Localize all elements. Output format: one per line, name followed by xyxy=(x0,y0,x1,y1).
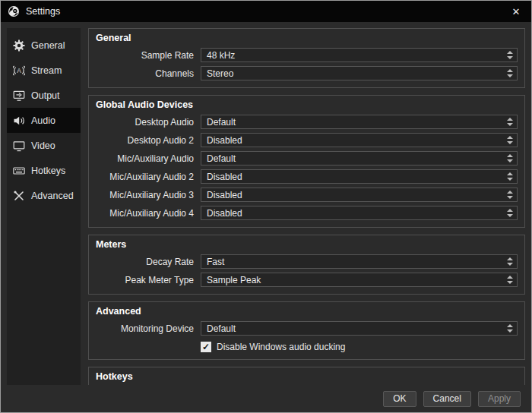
titlebar: Settings ✕ xyxy=(1,1,531,22)
sidebar-item-label: Output xyxy=(31,90,60,101)
setting-row: Mic/Auxiliary Audio Default xyxy=(96,151,518,166)
spinner-arrows-icon xyxy=(507,322,513,335)
peak-meter-type-combobox[interactable]: Sample Peak xyxy=(201,273,518,287)
sidebar-item-hotkeys[interactable]: Hotkeys xyxy=(7,158,81,183)
combobox-value: Default xyxy=(207,153,236,164)
mic-aux-audio-2-combobox[interactable]: Disabled xyxy=(201,169,518,184)
mic-aux-audio-4-combobox[interactable]: Disabled xyxy=(201,206,518,220)
setting-label: Monitoring Device xyxy=(96,323,201,334)
section-title: Global Audio Devices xyxy=(96,99,518,110)
setting-label: Mic/Auxiliary Audio xyxy=(96,153,201,164)
sidebar-item-label: General xyxy=(31,40,65,51)
setting-row: Peak Meter Type Sample Peak xyxy=(96,273,518,287)
setting-row: Mic/Auxiliary Audio 2 Disabled xyxy=(96,169,518,184)
section-global-audio-devices: Global Audio Devices Desktop Audio Defau… xyxy=(88,95,525,228)
spinner-arrows-icon xyxy=(507,206,513,219)
sidebar-item-label: Stream xyxy=(31,65,62,76)
sidebar-item-audio[interactable]: Audio xyxy=(7,108,81,133)
section-hotkeys: Hotkeys xyxy=(88,367,525,385)
combobox-value: Fast xyxy=(207,257,224,267)
setting-label: Channels xyxy=(96,68,201,79)
mic-aux-audio-3-combobox[interactable]: Disabled xyxy=(201,188,518,202)
combobox-value: Disabled xyxy=(207,190,242,200)
footer: OK Cancel Apply xyxy=(1,385,531,412)
setting-row: Channels Stereo xyxy=(96,66,518,80)
monitoring-device-combobox[interactable]: Default xyxy=(201,321,518,336)
section-title: General xyxy=(96,33,518,43)
sidebar-item-output[interactable]: Output xyxy=(7,83,81,108)
settings-content: General Sample Rate 48 kHz Channels Ster… xyxy=(88,28,525,385)
channels-combobox[interactable]: Stereo xyxy=(201,66,518,80)
main-area: General A Stream xyxy=(1,22,531,385)
setting-label: Desktop Audio xyxy=(96,117,201,128)
section-general: General Sample Rate 48 kHz Channels Ster… xyxy=(88,28,525,88)
setting-row: Monitoring Device Default xyxy=(96,321,518,336)
sidebar-item-label: Advanced xyxy=(31,191,74,201)
spinner-arrows-icon xyxy=(507,115,513,128)
combobox-value: 48 kHz xyxy=(207,50,235,61)
setting-row: Decay Rate Fast xyxy=(96,254,518,269)
combobox-value: Disabled xyxy=(207,208,242,219)
mic-aux-audio-combobox[interactable]: Default xyxy=(201,151,518,166)
combobox-value: Default xyxy=(207,117,236,128)
section-meters: Meters Decay Rate Fast Peak Meter Type S… xyxy=(88,235,525,295)
sidebar-item-label: Hotkeys xyxy=(31,166,65,176)
sidebar-item-label: Video xyxy=(31,140,55,151)
window-title: Settings xyxy=(26,6,60,17)
checkbox-row: ✓ Disable Windows audio ducking xyxy=(96,342,518,352)
sidebar-item-stream[interactable]: A Stream xyxy=(7,58,81,83)
spinner-arrows-icon xyxy=(507,49,513,61)
setting-label: Mic/Auxiliary Audio 2 xyxy=(96,172,201,182)
setting-label: Sample Rate xyxy=(96,50,201,61)
settings-window: Settings ✕ General xyxy=(0,0,532,413)
combobox-value: Sample Peak xyxy=(207,275,261,285)
obs-logo-icon xyxy=(8,5,20,17)
section-title: Hotkeys xyxy=(96,371,518,382)
desktop-audio-combobox[interactable]: Default xyxy=(201,115,518,129)
combobox-value: Stereo xyxy=(207,68,233,79)
setting-label: Mic/Auxiliary Audio 3 xyxy=(96,190,201,200)
audio-icon xyxy=(12,114,26,128)
section-title: Meters xyxy=(96,239,518,250)
sample-rate-combobox[interactable]: 48 kHz xyxy=(201,48,518,62)
combobox-value: Disabled xyxy=(207,135,242,146)
cancel-button[interactable]: Cancel xyxy=(423,391,471,407)
setting-label: Desktop Audio 2 xyxy=(96,135,201,146)
advanced-icon xyxy=(12,189,26,203)
setting-label: Decay Rate xyxy=(96,257,201,267)
sidebar-item-video[interactable]: Video xyxy=(7,133,81,158)
desktop-audio-2-combobox[interactable]: Disabled xyxy=(201,133,518,147)
checkbox-label: Disable Windows audio ducking xyxy=(217,342,345,352)
setting-label: Mic/Auxiliary Audio 4 xyxy=(96,208,201,219)
setting-label: Peak Meter Type xyxy=(96,275,201,285)
hotkeys-icon xyxy=(12,164,26,178)
setting-row: Desktop Audio Default xyxy=(96,115,518,129)
spinner-arrows-icon xyxy=(507,134,513,147)
ok-button[interactable]: OK xyxy=(383,391,416,407)
combobox-value: Default xyxy=(207,323,236,334)
spinner-arrows-icon xyxy=(507,152,513,165)
spinner-arrows-icon xyxy=(507,67,513,80)
sidebar-item-label: Audio xyxy=(31,115,55,126)
gear-icon xyxy=(12,39,26,52)
sidebar-item-advanced[interactable]: Advanced xyxy=(7,183,81,208)
stream-icon: A xyxy=(12,64,26,77)
apply-button[interactable]: Apply xyxy=(478,391,521,407)
close-icon[interactable]: ✕ xyxy=(508,6,524,17)
setting-row: Mic/Auxiliary Audio 4 Disabled xyxy=(96,206,518,220)
svg-text:A: A xyxy=(17,67,21,74)
section-advanced: Advanced Monitoring Device Default ✓ Dis… xyxy=(88,301,525,360)
setting-row: Desktop Audio 2 Disabled xyxy=(96,133,518,147)
decay-rate-combobox[interactable]: Fast xyxy=(201,254,518,269)
sidebar: General A Stream xyxy=(7,28,81,385)
combobox-value: Disabled xyxy=(207,172,242,182)
checkbox-checked-icon: ✓ xyxy=(201,342,211,352)
setting-row: Mic/Auxiliary Audio 3 Disabled xyxy=(96,188,518,202)
setting-row: Sample Rate 48 kHz xyxy=(96,48,518,62)
sidebar-item-general[interactable]: General xyxy=(7,33,81,58)
section-title: Advanced xyxy=(96,306,518,317)
spinner-arrows-icon xyxy=(507,273,513,286)
disable-audio-ducking-checkbox[interactable]: ✓ Disable Windows audio ducking xyxy=(201,342,518,352)
spinner-arrows-icon xyxy=(507,255,513,268)
spinner-arrows-icon xyxy=(507,188,513,201)
